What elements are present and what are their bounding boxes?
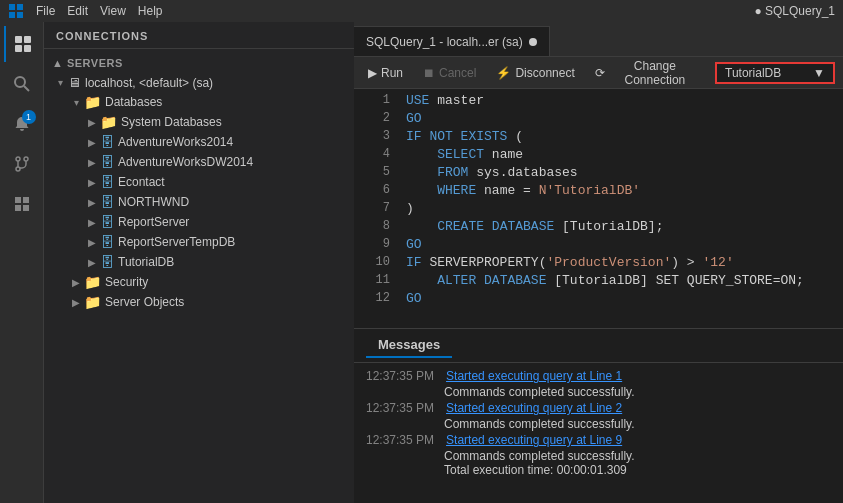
messages-panel: Messages 12:37:35 PM Started executing q… [354,328,843,503]
git-rail-icon[interactable] [4,146,40,182]
tree-item-localhost[interactable]: ▾ 🖥 localhost, <default> (sa) [44,73,354,92]
arrow-system-dbs: ▶ [84,117,100,128]
msg-link-1[interactable]: Started executing query at Line 1 [446,369,622,383]
code-line-11: 11 ALTER DATABASE [TutorialDB] SET QUERY… [354,273,843,291]
code-line-7: 7 ) [354,201,843,219]
cancel-button[interactable]: ⏹ Cancel [417,64,482,82]
code-editor[interactable]: 1 USE master 2 GO 3 IF NOT EXISTS ( 4 SE… [354,89,843,328]
db-tutorialdb-icon: 🗄 [100,254,114,270]
db-reportservertempdb-icon: 🗄 [100,234,114,250]
tree-item-adventureworksdw[interactable]: ▶ 🗄 AdventureWorksDW2014 [44,152,354,172]
search-rail-icon[interactable] [4,66,40,102]
folder-server-objects-icon: 📁 [84,294,101,310]
arrow-reportserver: ▶ [84,217,100,228]
cancel-label: Cancel [439,66,476,80]
arrow-adventureworksdw: ▶ [84,157,100,168]
run-button[interactable]: ▶ Run [362,64,409,82]
db-northwnd-icon: 🗄 [100,194,114,210]
messages-tab-bar: Messages [354,329,843,363]
menu-help[interactable]: Help [138,4,163,18]
folder-security-icon: 📁 [84,274,101,290]
dropdown-arrow-icon: ▼ [813,66,825,80]
tab-modified-dot [529,38,537,46]
msg-time-3: 12:37:35 PM [366,433,434,447]
editor-tab[interactable]: SQLQuery_1 - localh...er (sa) [354,26,550,56]
menu-view[interactable]: View [100,4,126,18]
change-connection-label: Change Connection [609,59,701,87]
svg-rect-1 [17,4,23,10]
run-label: Run [381,66,403,80]
tree-item-security[interactable]: ▶ 📁 Security [44,272,354,292]
security-label: Security [105,275,148,289]
notifications-rail-icon[interactable]: 1 [4,106,40,142]
tree-item-server-objects[interactable]: ▶ 📁 Server Objects [44,292,354,312]
arrow-reportservertempdb: ▶ [84,237,100,248]
database-dropdown[interactable]: TutorialDB ▼ [715,62,835,84]
system-dbs-label: System Databases [121,115,222,129]
toolbar: ▶ Run ⏹ Cancel ⚡ Disconnect ⟳ Change Con… [354,57,843,89]
svg-rect-6 [15,45,22,52]
svg-rect-2 [9,12,15,18]
connections-tree[interactable]: ▲ SERVERS ▾ 🖥 localhost, <default> (sa) … [44,49,354,503]
database-dropdown-value: TutorialDB [725,66,781,80]
arrow-security: ▶ [68,277,84,288]
folder-system-dbs-icon: 📁 [100,114,117,130]
db-reportserver-icon: 🗄 [100,214,114,230]
extensions-rail-icon[interactable] [4,186,40,222]
msg-link-3[interactable]: Started executing query at Line 9 [446,433,622,447]
svg-line-9 [24,86,29,91]
svg-rect-4 [15,36,22,43]
server-icon: 🖥 [68,75,81,90]
arrow-econtact: ▶ [84,177,100,188]
svg-point-11 [24,157,28,161]
arrow-server-objects: ▶ [68,297,84,308]
tree-item-econtact[interactable]: ▶ 🗄 Econtact [44,172,354,192]
code-line-10: 10 IF SERVERPROPERTY('ProductVersion') >… [354,255,843,273]
menu-edit[interactable]: Edit [67,4,88,18]
connections-rail-icon[interactable] [4,26,40,62]
msg-row-3: 12:37:35 PM Started executing query at L… [354,431,843,449]
menu-file[interactable]: File [36,4,55,18]
arrow-adventureworks: ▶ [84,137,100,148]
disconnect-label: Disconnect [515,66,574,80]
tutorialdb-label: TutorialDB [118,255,174,269]
tree-item-reportserver[interactable]: ▶ 🗄 ReportServer [44,212,354,232]
code-line-4: 4 SELECT name [354,147,843,165]
db-adventureworks-icon: 🗄 [100,134,114,150]
window-title: ● SQLQuery_1 [754,4,835,18]
messages-tab[interactable]: Messages [366,333,452,358]
disconnect-button[interactable]: ⚡ Disconnect [490,64,580,82]
tree-item-databases[interactable]: ▾ 📁 Databases [44,92,354,112]
code-line-6: 6 WHERE name = N'TutorialDB' [354,183,843,201]
msg-row-1: 12:37:35 PM Started executing query at L… [354,367,843,385]
tree-item-system-dbs[interactable]: ▶ 📁 System Databases [44,112,354,132]
code-line-9: 9 GO [354,237,843,255]
adventureworksdw-label: AdventureWorksDW2014 [118,155,253,169]
cancel-icon: ⏹ [423,66,435,80]
svg-point-12 [16,167,20,171]
reportservertempdb-label: ReportServerTempDB [118,235,235,249]
disconnect-icon: ⚡ [496,66,511,80]
arrow-tutorialdb: ▶ [84,257,100,268]
tab-bar: SQLQuery_1 - localh...er (sa) [354,22,843,57]
tree-item-northwnd[interactable]: ▶ 🗄 NORTHWND [44,192,354,212]
db-adventureworksdw-icon: 🗄 [100,154,114,170]
tree-item-reportservertempdb[interactable]: ▶ 🗄 ReportServerTempDB [44,232,354,252]
code-line-3: 3 IF NOT EXISTS ( [354,129,843,147]
run-icon: ▶ [368,66,377,80]
tree-item-adventureworks[interactable]: ▶ 🗄 AdventureWorks2014 [44,132,354,152]
msg-total-time: Total execution time: 00:00:01.309 [354,463,843,477]
reportserver-label: ReportServer [118,215,189,229]
tab-label: SQLQuery_1 - localh...er (sa) [366,35,523,49]
change-connection-button[interactable]: ⟳ Change Connection [589,57,707,89]
servers-section: ▲ SERVERS [44,53,354,73]
svg-rect-14 [15,197,21,203]
code-line-5: 5 FROM sys.databases [354,165,843,183]
connections-header: CONNECTIONS [44,22,354,49]
menu-bar[interactable]: File Edit View Help [36,4,163,18]
msg-link-2[interactable]: Started executing query at Line 2 [446,401,622,415]
msg-time-2: 12:37:35 PM [366,401,434,415]
code-line-1: 1 USE master [354,93,843,111]
tree-item-tutorialdb[interactable]: ▶ 🗄 TutorialDB [44,252,354,272]
title-bar: File Edit View Help ● SQLQuery_1 [0,0,843,22]
